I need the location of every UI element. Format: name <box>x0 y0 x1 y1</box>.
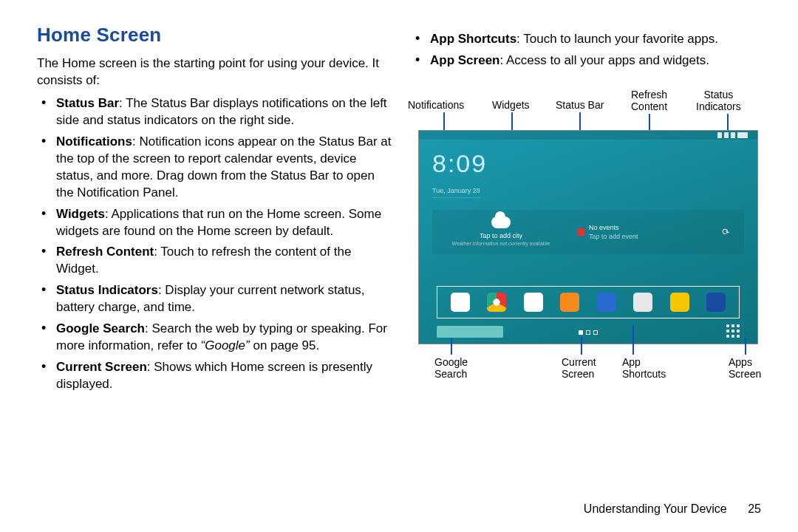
weather-widget: Tap to add city Weather information not … <box>432 212 570 252</box>
page-title: Home Screen <box>37 22 392 48</box>
footer-page-number: 25 <box>748 502 761 515</box>
right-bullet-list: App Shortcuts: Touch to launch your favo… <box>411 31 768 69</box>
page-footer: Understanding Your Device 25 <box>584 501 761 517</box>
intro-text: The Home screen is the starting point fo… <box>37 55 392 89</box>
page-indicator[interactable] <box>579 330 598 335</box>
bullet-app-screen: App Screen: Access to all your apps and … <box>426 52 768 69</box>
refresh-widget-button[interactable]: ⟳ <box>707 226 744 238</box>
left-bullet-list: Status Bar: The Status Bar displays noti… <box>37 95 392 393</box>
status-bar <box>419 131 757 140</box>
callout-widgets-label: Widgets <box>492 99 530 111</box>
callout-current-line <box>581 337 582 355</box>
right-column: App Shortcuts: Touch to launch your favo… <box>411 22 768 398</box>
app-gallery-icon[interactable] <box>670 293 689 312</box>
app-settings-icon[interactable] <box>706 293 726 312</box>
bullet-widgets: Widgets: Applications that run on the Ho… <box>52 206 392 240</box>
footer-chapter: Understanding Your Device <box>584 502 727 515</box>
callout-notifications-label: Notifications <box>408 99 464 111</box>
callout-refresh-label: RefreshContent <box>631 89 667 112</box>
google-search-bar[interactable] <box>437 326 503 338</box>
app-chrome-icon[interactable] <box>487 293 506 312</box>
tablet-screenshot: 8:09 Tue, January 28 Tap to add city Wea… <box>418 130 758 344</box>
callout-google-line <box>451 338 452 355</box>
calendar-icon <box>577 228 584 236</box>
app-camera-icon[interactable] <box>633 293 652 312</box>
bullet-current-screen: Current Screen: Shows which Home screen … <box>52 359 392 393</box>
left-column: Home Screen The Home screen is the start… <box>37 22 392 398</box>
events-widget: No events Tap to add event <box>570 219 707 245</box>
app-browser-icon[interactable] <box>597 293 616 312</box>
callout-statusind-label: StatusIndicators <box>696 89 741 112</box>
cloud-icon <box>491 216 511 228</box>
bullet-app-shortcuts: App Shortcuts: Touch to launch your favo… <box>426 31 768 48</box>
app-mail-icon[interactable] <box>451 293 470 312</box>
app-contacts-icon[interactable] <box>560 293 579 312</box>
app-play-icon[interactable] <box>524 293 543 312</box>
callout-appshort-line <box>632 325 634 355</box>
callout-appshort-label: AppShortcuts <box>622 356 666 380</box>
app-dock <box>437 286 740 318</box>
callout-apps-label: AppsScreen <box>729 356 761 380</box>
bullet-google-search: Google Search: Search the web by typing … <box>52 321 392 355</box>
callout-apps-line <box>745 338 746 355</box>
clock-widget: 8:09 Tue, January 28 <box>419 140 757 201</box>
refresh-icon: ⟳ <box>720 225 732 239</box>
apps-screen-button[interactable] <box>726 324 740 338</box>
bullet-status-bar: Status Bar: The Status Bar displays noti… <box>52 95 392 129</box>
widget-panel: Tap to add city Weather information not … <box>432 210 744 254</box>
callout-statusbar-label: Status Bar <box>556 99 604 111</box>
bullet-status-indicators: Status Indicators: Display your current … <box>52 282 392 316</box>
callout-current-label: CurrentScreen <box>562 356 596 380</box>
home-screen-diagram: Notifications Widgets Status Bar Refresh… <box>411 86 765 381</box>
callout-google-label: GoogleSearch <box>434 356 468 380</box>
bullet-refresh-content: Refresh Content: Touch to refresh the co… <box>52 244 392 278</box>
bullet-notifications: Notifications: Notification icons appear… <box>52 134 392 202</box>
clock-date: Tue, January 28 <box>432 186 480 198</box>
clock-time: 8:09 <box>432 147 744 181</box>
